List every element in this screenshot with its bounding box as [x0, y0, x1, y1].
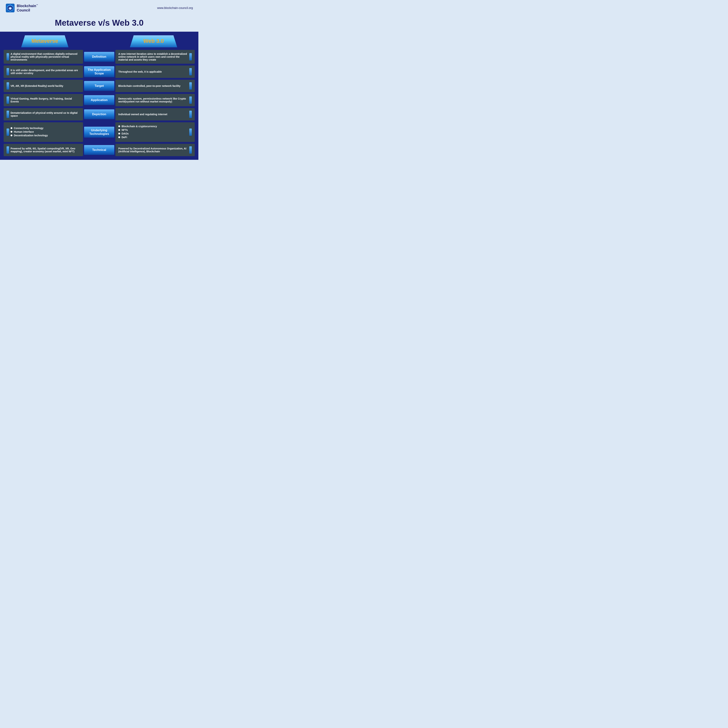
center-label: Application — [84, 95, 114, 105]
center-cell: Application — [84, 94, 114, 106]
left-cell: Dematerialization of physical entity aro… — [4, 108, 83, 121]
list-item: NFTs — [118, 128, 188, 132]
left-cell-content: Powered by wifi6, 6G, Spatial computing(… — [11, 147, 80, 153]
right-accent-bar — [189, 146, 192, 154]
main-title: Metaverse v/s Web 3.0 — [0, 15, 198, 32]
center-label: The Application Scope — [84, 66, 114, 77]
logo-text: Blockchain™ Council — [17, 4, 38, 12]
web3-header-box: Web 3.0 — [130, 35, 177, 47]
left-accent-bar — [6, 128, 9, 136]
right-accent-bar — [189, 111, 192, 118]
left-accent-bar — [6, 96, 9, 104]
right-cell-content: Blockchain controlled, peer-to-peer netw… — [118, 84, 188, 87]
right-cell-content: Blockchain & cryptocurrencyNFTsDAOsDeFi — [118, 125, 188, 139]
left-cell-content: Connectivity technologyHuman interfaceDe… — [11, 127, 80, 138]
left-cell: VR, AR, XR (Extended Reality) world faci… — [4, 80, 83, 92]
center-cell: Definition — [84, 50, 114, 64]
bullet-dot — [118, 129, 120, 131]
trademark: ™ — [36, 4, 38, 6]
metaverse-header-box: Metaverse — [21, 35, 69, 47]
bullet-dot — [118, 133, 120, 135]
center-label: Technical — [84, 145, 114, 155]
logo-area: Blockchain™ Council — [5, 3, 38, 13]
center-label: Underlying Technologies — [84, 127, 114, 138]
right-cell-content: Throughout the web, it is applicable — [118, 70, 188, 73]
comparison-row: Dematerialization of physical entity aro… — [4, 108, 195, 121]
bullet-dot — [118, 136, 120, 138]
right-cell: Powered by Decentralized Autonomous Orga… — [115, 144, 195, 156]
comparison-row: Connectivity technologyHuman interfaceDe… — [4, 122, 195, 142]
right-cell: Individual owned and regulating internet — [115, 108, 195, 121]
list-item: Human interface — [11, 130, 80, 133]
list-item: Decentralization technology — [11, 134, 80, 137]
left-cell-content: VR, AR, XR (Extended Reality) world faci… — [11, 84, 80, 87]
list-item: DAOs — [118, 132, 188, 135]
comparison-row: A digital environment that combines digi… — [4, 50, 195, 64]
left-cell: Powered by wifi6, 6G, Spatial computing(… — [4, 144, 83, 156]
left-cell: Virtual Gaming, Health Surgery, 3d Train… — [4, 94, 83, 106]
right-accent-bar — [189, 96, 192, 104]
left-cell-content: Virtual Gaming, Health Surgery, 3d Train… — [11, 97, 80, 103]
right-accent-bar — [189, 68, 192, 75]
left-cell-content: It is still under development, and the p… — [11, 69, 80, 75]
center-cell: Technical — [84, 144, 114, 156]
bullet-dot — [11, 127, 12, 129]
center-cell: Target — [84, 80, 114, 92]
blockchain-council-logo-icon — [5, 3, 15, 13]
right-accent-bar — [189, 82, 192, 90]
comparison-row: It is still under development, and the p… — [4, 66, 195, 78]
right-cell: Democratic system, permissionless networ… — [115, 94, 195, 106]
center-cell: The Application Scope — [84, 66, 114, 78]
right-cell-content: Powered by Decentralized Autonomous Orga… — [118, 147, 188, 153]
comparison-row: Virtual Gaming, Health Surgery, 3d Train… — [4, 94, 195, 106]
left-cell-content: A digital environment that combines digi… — [11, 52, 80, 61]
right-cell: A new internet iteration aims to establi… — [115, 50, 195, 64]
right-cell: Blockchain controlled, peer-to-peer netw… — [115, 80, 195, 92]
comparison-container: Metaverse Web 3.0 A digital environment … — [0, 32, 198, 160]
left-cell: A digital environment that combines digi… — [4, 50, 83, 64]
center-cell: Depiction — [84, 108, 114, 121]
right-cell-content: Democratic system, permissionless networ… — [118, 97, 188, 103]
right-column-header: Web 3.0 — [114, 35, 193, 47]
left-accent-bar — [6, 53, 9, 60]
center-cell: Underlying Technologies — [84, 122, 114, 142]
column-headers: Metaverse Web 3.0 — [4, 35, 195, 47]
right-cell-content: Individual owned and regulating internet — [118, 113, 188, 116]
left-accent-bar — [6, 146, 9, 154]
right-cell: Blockchain & cryptocurrencyNFTsDAOsDeFi — [115, 122, 195, 142]
left-accent-bar — [6, 111, 9, 118]
center-label: Definition — [84, 52, 114, 62]
center-label: Depiction — [84, 109, 114, 119]
bullet-dot — [118, 125, 120, 127]
list-item: DeFi — [118, 136, 188, 139]
bullet-dot — [11, 131, 12, 133]
right-accent-bar — [189, 53, 192, 60]
left-accent-bar — [6, 68, 9, 75]
left-column-header: Metaverse — [5, 35, 84, 47]
right-cell-content: A new internet iteration aims to establi… — [118, 52, 188, 61]
comparison-row: VR, AR, XR (Extended Reality) world faci… — [4, 80, 195, 92]
rows-area: A digital environment that combines digi… — [4, 50, 195, 156]
list-item: Connectivity technology — [11, 127, 80, 130]
left-cell-content: Dematerialization of physical entity aro… — [11, 112, 80, 117]
center-label: Target — [84, 81, 114, 91]
comparison-row: Powered by wifi6, 6G, Spatial computing(… — [4, 144, 195, 156]
right-accent-bar — [189, 128, 192, 136]
left-cell: It is still under development, and the p… — [4, 66, 83, 78]
header: Blockchain™ Council www.blockchain-counc… — [0, 0, 198, 15]
bullet-dot — [11, 135, 12, 136]
metaverse-label: Metaverse — [32, 38, 58, 44]
left-cell: Connectivity technologyHuman interfaceDe… — [4, 122, 83, 142]
website-url: www.blockchain-council.org — [157, 6, 193, 10]
left-accent-bar — [6, 82, 9, 90]
brand-sub: Council — [17, 8, 38, 12]
right-cell: Throughout the web, it is applicable — [115, 66, 195, 78]
brand-name: Blockchain™ — [17, 4, 38, 8]
web3-label: Web 3.0 — [143, 38, 164, 44]
list-item: Blockchain & cryptocurrency — [118, 125, 188, 128]
